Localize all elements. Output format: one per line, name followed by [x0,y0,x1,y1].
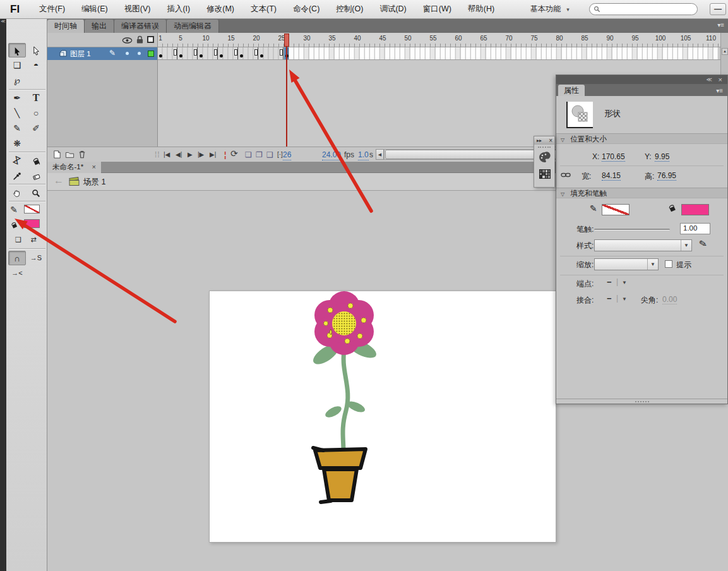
scale-dropdown[interactable]: ▼ [594,258,659,270]
pasteboard[interactable] [47,191,556,571]
frame-cell[interactable] [582,47,587,59]
frame-row[interactable] [158,47,720,60]
frame-cell[interactable] [198,47,203,59]
frame-cell[interactable] [643,47,647,59]
frame-cell[interactable] [557,47,561,59]
frame-cell[interactable] [587,47,592,59]
frame-cell[interactable] [289,47,294,59]
frame-cell[interactable] [602,47,607,59]
fill-color-swatch[interactable] [24,219,40,228]
pen-tool[interactable]: ✒ [8,91,26,105]
timeline-ruler[interactable]: 1510152025303540455055606570758085909510… [158,33,720,47]
deco-tool[interactable]: ❋ [8,136,26,151]
frame-cell[interactable] [527,47,531,59]
frame-cell[interactable] [693,47,698,59]
menu-edit[interactable]: 编辑(E) [73,0,116,18]
layer-visible-dot[interactable] [126,52,129,55]
elapsed-time-value[interactable]: 1.0 [358,150,369,160]
close-icon[interactable]: × [92,163,95,171]
tab-motion-editor[interactable]: 动画编辑器 [167,20,219,33]
scroll-up-icon[interactable]: ▲ [722,48,728,55]
frame-cell[interactable] [426,47,430,59]
frame-cell[interactable] [532,47,536,59]
frame-cell[interactable] [370,47,374,59]
frame-cell[interactable] [516,47,521,59]
panel-menu-icon[interactable]: ▾≡ [716,87,723,94]
tab-output[interactable]: 输出 [85,20,114,33]
frame-cell[interactable] [481,47,486,59]
center-frame-marker-icon[interactable]: ¦ [224,150,226,160]
eraser-tool[interactable] [27,169,45,183]
bone-tool[interactable]: ⋈ [8,153,26,168]
frame-cell[interactable] [597,47,602,59]
menu-text[interactable]: 文本(T) [242,0,285,18]
menu-control[interactable]: 控制(O) [328,0,371,18]
x-value[interactable]: 170.65 [602,152,625,162]
frame-cell[interactable] [269,47,273,59]
lock-icon[interactable] [136,35,143,44]
frame-cell[interactable] [350,47,354,59]
frame-cell[interactable] [673,47,677,59]
subselection-tool[interactable] [27,43,45,57]
search-box[interactable] [589,3,698,15]
default-colors-button[interactable]: ❑ [11,232,25,247]
frame-cell[interactable] [239,47,243,59]
hinting-checkbox[interactable] [665,260,672,268]
frame-cell[interactable] [375,47,379,59]
layer-row[interactable]: 图层 1 ✎ [47,47,157,60]
frame-cell[interactable] [628,47,632,59]
timeline-scroll-left-button[interactable]: ◀ [376,149,384,160]
play-button[interactable]: ▶ [188,150,193,160]
swap-colors-button[interactable]: ⇄ [27,232,40,247]
frame-cell[interactable] [703,47,708,59]
frame-cell[interactable] [229,47,233,59]
collapse-panel-icon[interactable]: ≪ [707,76,712,83]
stroke-weight-slider[interactable] [594,229,670,231]
trash-icon[interactable] [78,150,87,159]
workspace-switcher[interactable]: 基本功能 ▾ [530,0,570,18]
frame-cell[interactable] [360,47,364,59]
frame-cell[interactable] [330,47,334,59]
visibility-eye-icon[interactable] [122,37,133,44]
tab-compiler-errors[interactable]: 编译器错误 [114,20,167,33]
frame-cell[interactable] [309,47,314,59]
outline-box-icon[interactable] [147,36,154,43]
frame-cell[interactable] [522,47,526,59]
frame-rate-value[interactable]: 24.00 [322,150,341,160]
frame-cell[interactable] [294,47,299,59]
frame-cell[interactable] [678,47,683,59]
frame-cell[interactable] [385,47,390,59]
frame-cell[interactable] [259,47,263,59]
back-arrow-icon[interactable]: ← [54,175,64,186]
frame-cell[interactable] [653,47,657,59]
stroke-color-swatch[interactable] [602,204,630,215]
modify-markers-icon[interactable]: [·] [277,150,283,160]
frame-cell[interactable] [577,47,582,59]
new-layer-icon[interactable] [52,150,62,159]
frame-cell[interactable] [436,47,440,59]
scene-name[interactable]: 场景 1 [83,177,105,188]
width-value[interactable]: 84.15 [602,171,621,181]
frame-cell[interactable] [168,47,172,59]
frame-cell[interactable] [618,47,622,59]
oval-tool[interactable]: ○ [27,106,45,121]
frame-cell[interactable] [592,47,597,59]
frame-cell[interactable] [683,47,688,59]
frame-cell[interactable] [390,47,395,59]
go-to-last-frame-button[interactable]: ▶| [210,150,216,160]
onion-skin-outline-icon[interactable]: ❐ [256,150,263,160]
frame-cell[interactable] [178,47,182,59]
section-fill-stroke[interactable]: ▽ 填充和笔触 [556,188,727,198]
layer-outline-color-swatch[interactable] [148,51,154,57]
frame-cell[interactable] [461,47,465,59]
flower-drawing[interactable] [290,287,404,515]
frame-cell[interactable] [688,47,693,59]
miter-value[interactable]: 0.00 [662,295,677,304]
frame-cell[interactable] [562,47,566,59]
menu-window[interactable]: 窗口(W) [415,0,460,18]
frame-cell[interactable] [335,47,339,59]
frame-cell[interactable] [163,47,167,59]
tab-timeline[interactable]: 时间轴 [47,20,85,33]
frame-cell[interactable] [612,47,617,59]
frame-cell[interactable] [476,47,480,59]
